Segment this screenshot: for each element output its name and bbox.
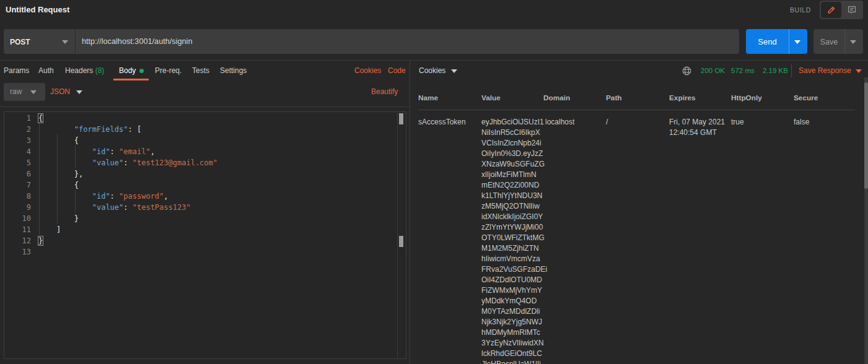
- code-link[interactable]: Code: [388, 66, 406, 75]
- comment-mode-button[interactable]: [841, 2, 862, 18]
- save-button[interactable]: Save: [813, 29, 863, 54]
- tab-auth[interactable]: Auth: [38, 66, 54, 75]
- body-format-select[interactable]: raw: [4, 83, 45, 101]
- editor-line-numbers: 1 2 3 4 5 6 7 8 9 10 11 12 13: [4, 113, 31, 258]
- indent-guide: [75, 145, 76, 168]
- url-bar: POST http://localhost:3001/auth/signin: [4, 29, 739, 54]
- body-dot-icon: [139, 69, 144, 73]
- send-button[interactable]: Send: [746, 29, 807, 54]
- tab-settings[interactable]: Settings: [220, 66, 247, 75]
- col-header-value: Value: [481, 93, 501, 102]
- send-label: Send: [746, 37, 789, 46]
- divider: [0, 106, 410, 107]
- response-cookies-select[interactable]: Cookies: [419, 66, 445, 75]
- mode-toggle: [820, 1, 863, 19]
- chevron-down-icon[interactable]: [856, 69, 862, 73]
- method-label: POST: [10, 38, 30, 46]
- indent-guide: [75, 190, 76, 212]
- cookie-name: sAccessToken: [418, 117, 466, 128]
- active-tab-underline: [113, 79, 149, 80]
- response-time: 572 ms: [731, 67, 755, 74]
- cookie-httponly: true: [731, 117, 744, 128]
- editor-annotation-mark: [399, 113, 403, 124]
- language-select[interactable]: JSON: [50, 87, 70, 96]
- chevron-down-icon[interactable]: [850, 40, 856, 44]
- col-header-path: Path: [606, 93, 622, 102]
- editor-scrollbar[interactable]: [397, 113, 398, 358]
- save-response-button[interactable]: Save Response: [799, 66, 851, 75]
- divider: [418, 110, 855, 110]
- comment-icon: [847, 5, 857, 15]
- col-header-secure: Secure: [794, 93, 818, 102]
- divider: [789, 29, 789, 54]
- build-mode-button[interactable]: [821, 2, 841, 18]
- col-header-name: Name: [418, 93, 438, 102]
- col-header-domain: Domain: [543, 93, 570, 102]
- cookies-link[interactable]: Cookies: [354, 66, 381, 75]
- chevron-down-icon: [62, 40, 68, 44]
- chevron-down-icon[interactable]: [76, 90, 82, 94]
- chevron-down-icon: [451, 69, 457, 73]
- body-format-label: raw: [10, 87, 22, 96]
- indent-guide: [57, 134, 58, 223]
- url-input[interactable]: http://localhost:3001/auth/signin: [82, 37, 192, 46]
- cookie-value: eyJhbGciOiJSUzI1 NiIsInR5cCI6IkpX VCIsIn…: [481, 117, 547, 364]
- tab-tests[interactable]: Tests: [192, 66, 209, 75]
- globe-icon[interactable]: [682, 66, 691, 76]
- cookie-path: /: [606, 117, 608, 128]
- pane-divider[interactable]: [410, 60, 410, 364]
- tab-body[interactable]: Body: [119, 66, 136, 75]
- headers-count-badge: (8): [95, 66, 105, 75]
- body-editor[interactable]: 1 2 3 4 5 6 7 8 9 10 11 12 13 { "formFie…: [4, 111, 406, 359]
- chevron-down-icon: [30, 90, 37, 94]
- response-size: 2.19 KB: [763, 67, 788, 74]
- code-lines: { "formFields": [ { "id": "email", "valu…: [38, 113, 217, 246]
- beautify-link[interactable]: Beautify: [371, 87, 398, 96]
- tab-headers[interactable]: Headers (8): [65, 66, 104, 75]
- col-header-httponly: HttpOnly: [731, 93, 762, 102]
- tab-params[interactable]: Params: [4, 66, 29, 75]
- divider: [844, 29, 845, 54]
- response-status: 200 OK: [701, 67, 725, 74]
- cookie-expires: Fri, 07 May 2021 12:40:54 GMT: [669, 117, 725, 138]
- divider: [791, 64, 792, 77]
- tab-prereq[interactable]: Pre-req.: [155, 66, 182, 75]
- cookie-secure: false: [794, 117, 809, 128]
- indent-guide: [39, 123, 40, 235]
- page-title: Untitled Request: [6, 5, 69, 14]
- col-header-expires: Expires: [669, 93, 696, 102]
- build-label: BUILD: [790, 6, 811, 14]
- scrollbar-thumb[interactable]: [864, 82, 868, 189]
- chevron-down-icon[interactable]: [794, 40, 800, 44]
- cookie-domain: localhost: [545, 117, 574, 128]
- divider: [0, 60, 868, 61]
- divider: [75, 29, 76, 54]
- tab-headers-label: Headers: [65, 66, 93, 75]
- pencil-icon: [826, 5, 836, 15]
- save-label: Save: [813, 38, 844, 46]
- editor-annotation-mark: [399, 236, 403, 247]
- method-select[interactable]: POST: [4, 29, 79, 54]
